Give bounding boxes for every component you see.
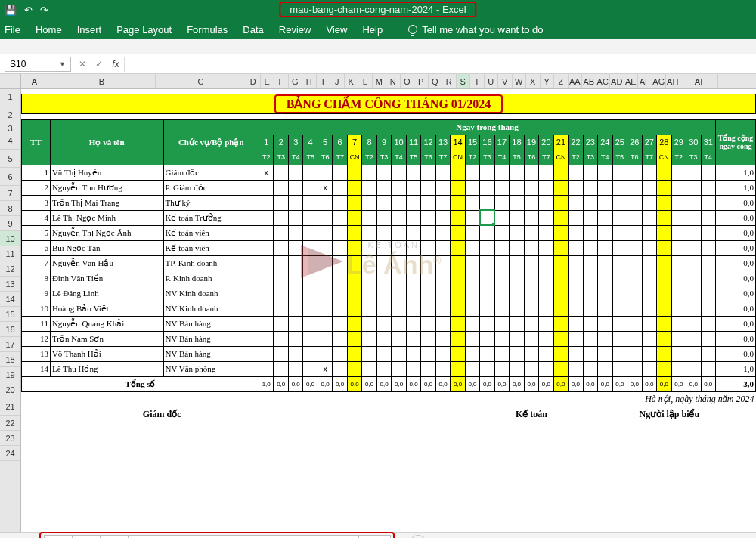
col-header-F[interactable]: F	[274, 74, 289, 88]
cell-day[interactable]	[494, 286, 509, 301]
totals-day[interactable]: 0,0	[510, 376, 524, 391]
cell-day[interactable]	[362, 331, 376, 346]
cell-day[interactable]	[421, 331, 435, 346]
cell-day[interactable]	[686, 301, 701, 316]
col-header-AB[interactable]: AB	[582, 74, 596, 88]
col-header-AE[interactable]: AE	[624, 74, 639, 88]
cell-day[interactable]	[686, 361, 701, 376]
cell-day[interactable]	[435, 240, 450, 255]
cell-day[interactable]	[288, 165, 302, 180]
cell-day[interactable]	[569, 210, 583, 225]
cell-day[interactable]	[627, 255, 642, 271]
row-header-3[interactable]: 3	[0, 125, 20, 131]
cell-day[interactable]	[451, 165, 465, 180]
cell-day[interactable]	[465, 301, 479, 316]
cell-day[interactable]	[494, 210, 509, 225]
cancel-icon[interactable]: ✕	[74, 59, 91, 70]
cell-day[interactable]	[392, 301, 406, 316]
cell-day[interactable]	[612, 361, 627, 376]
formula-input[interactable]	[124, 57, 756, 72]
cell-day[interactable]	[553, 195, 568, 210]
cell-day[interactable]	[318, 225, 332, 240]
col-header-S[interactable]: S	[457, 74, 471, 88]
cell-total[interactable]: 0,0	[716, 316, 756, 331]
cell-tt[interactable]: 5	[22, 225, 51, 240]
cell-total[interactable]: 0,0	[716, 210, 756, 225]
col-header-M[interactable]: M	[373, 74, 387, 88]
cell-day[interactable]	[259, 195, 273, 210]
totals-day[interactable]: 0,0	[569, 376, 583, 391]
select-all-corner[interactable]	[0, 74, 21, 89]
cell-day[interactable]	[347, 316, 361, 331]
cell-day[interactable]	[524, 195, 538, 210]
cell-day[interactable]	[569, 271, 583, 286]
cell-day[interactable]	[539, 255, 553, 271]
cell-day[interactable]	[347, 361, 361, 376]
cell-name[interactable]: Nguyễn Quang Khải	[50, 316, 163, 331]
cell-day[interactable]	[347, 301, 361, 316]
cell-name[interactable]: Nguyễn Thị Ngọc Ánh	[50, 225, 163, 240]
cell-day[interactable]	[569, 361, 583, 376]
totals-day[interactable]: 0,0	[376, 376, 391, 391]
cell-name[interactable]: Võ Thanh Hải	[50, 346, 163, 361]
cell-day[interactable]	[347, 225, 361, 240]
cell-name[interactable]: Hoàng Bảo Việt	[50, 301, 163, 316]
row-header-8[interactable]: 8	[0, 201, 20, 216]
fx-icon[interactable]: fx	[107, 59, 124, 70]
cell-day[interactable]	[421, 210, 435, 225]
cell-day[interactable]	[510, 180, 524, 195]
cell-day[interactable]	[539, 316, 553, 331]
cell-day[interactable]	[392, 210, 406, 225]
cell-day[interactable]	[524, 210, 538, 225]
row-header-6[interactable]: 6	[0, 168, 20, 186]
cell-day[interactable]	[701, 361, 715, 376]
cell-day[interactable]	[259, 286, 273, 301]
add-sheet-button[interactable]: +	[410, 535, 426, 539]
cell-day[interactable]	[494, 271, 509, 286]
cell-day[interactable]	[627, 180, 642, 195]
cell-day[interactable]	[598, 165, 612, 180]
cell-day[interactable]	[642, 316, 656, 331]
cell-day[interactable]	[435, 165, 450, 180]
cell-day[interactable]	[494, 195, 509, 210]
cell-day[interactable]	[406, 165, 420, 180]
cell-total[interactable]: 1,0	[716, 361, 756, 376]
cell-tt[interactable]: 14	[22, 361, 51, 376]
cell-day[interactable]	[701, 180, 715, 195]
cell-total[interactable]: 0,0	[716, 225, 756, 240]
col-header-T[interactable]: T	[470, 74, 485, 88]
cell-day[interactable]	[274, 331, 288, 346]
cell-day[interactable]	[671, 165, 686, 180]
ribbon-tab-data[interactable]: Data	[243, 24, 263, 36]
cell-day[interactable]	[569, 255, 583, 271]
cell-day[interactable]	[303, 255, 318, 271]
cell-day[interactable]	[318, 165, 332, 180]
ribbon-tab-page-layout[interactable]: Page Layout	[116, 24, 172, 36]
cell-day[interactable]	[376, 240, 391, 255]
cell-day[interactable]	[494, 361, 509, 376]
cell-day[interactable]	[465, 240, 479, 255]
cell-role[interactable]: Kế toán viên	[163, 225, 259, 240]
tell-me[interactable]: Tell me what you want to do	[408, 24, 543, 36]
cell-day[interactable]	[376, 255, 391, 271]
cell-day[interactable]	[362, 240, 376, 255]
row-header-15[interactable]: 15	[0, 307, 20, 322]
cell-day[interactable]	[583, 210, 597, 225]
cell-day[interactable]	[392, 316, 406, 331]
cell-tt[interactable]: 11	[22, 316, 51, 331]
cell-day[interactable]	[303, 286, 318, 301]
cell-day[interactable]	[451, 255, 465, 271]
cell-day[interactable]	[303, 180, 318, 195]
cell-day[interactable]	[376, 210, 391, 225]
cell-day[interactable]	[333, 210, 347, 225]
row-header-17[interactable]: 17	[0, 337, 20, 352]
col-header-A[interactable]: A	[21, 74, 48, 88]
cell-day[interactable]	[274, 165, 288, 180]
cell-day[interactable]	[347, 180, 361, 195]
cell-day[interactable]	[494, 316, 509, 331]
cell-day[interactable]	[274, 225, 288, 240]
cell-day[interactable]	[480, 195, 494, 210]
cell-day[interactable]	[701, 165, 715, 180]
cell-day[interactable]	[612, 195, 627, 210]
cell-day[interactable]	[569, 286, 583, 301]
